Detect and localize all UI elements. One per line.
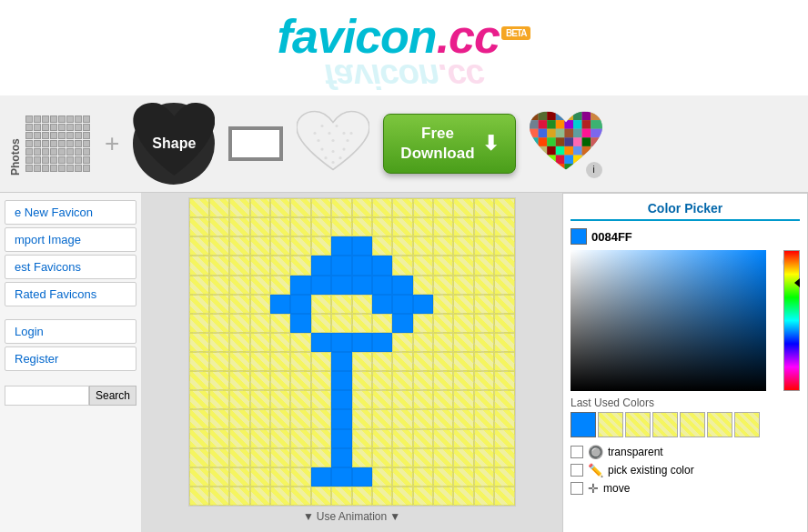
- pixel-cell[interactable]: [270, 487, 290, 506]
- pixel-cell[interactable]: [433, 295, 453, 314]
- pixel-cell[interactable]: [413, 390, 433, 409]
- pixel-cell[interactable]: [372, 467, 392, 487]
- pixel-cell[interactable]: [331, 217, 351, 236]
- pixel-cell[interactable]: [494, 371, 514, 390]
- pixel-cell[interactable]: [250, 429, 270, 448]
- pixel-cell[interactable]: [372, 371, 392, 390]
- pixel-cell[interactable]: [209, 236, 229, 256]
- pixel-cell[interactable]: [229, 217, 249, 236]
- pixel-cell[interactable]: [392, 217, 412, 236]
- pixel-cell[interactable]: [270, 390, 290, 409]
- animation-label[interactable]: Use Animation: [317, 510, 387, 523]
- pixel-cell[interactable]: [453, 333, 473, 352]
- pixel-cell[interactable]: [250, 390, 270, 409]
- pixel-cell[interactable]: [453, 217, 473, 236]
- pixel-cell[interactable]: [290, 314, 310, 333]
- pixel-cell[interactable]: [189, 217, 209, 236]
- pixel-cell[interactable]: [311, 198, 331, 217]
- pixel-cell[interactable]: [189, 390, 209, 409]
- pixel-cell[interactable]: [209, 314, 229, 333]
- pixel-cell[interactable]: [352, 217, 372, 236]
- pixel-cell[interactable]: [311, 236, 331, 256]
- pixel-cell[interactable]: [352, 487, 372, 506]
- pixel-cell[interactable]: [474, 467, 494, 487]
- pixel-cell[interactable]: [372, 352, 392, 371]
- pixel-cell[interactable]: [372, 448, 392, 467]
- pixel-cell[interactable]: [474, 276, 494, 295]
- pixel-cell[interactable]: [433, 487, 453, 506]
- pixel-cell[interactable]: [413, 429, 433, 448]
- pixel-cell[interactable]: [331, 390, 351, 409]
- pixel-cell[interactable]: [413, 371, 433, 390]
- pixel-cell[interactable]: [433, 276, 453, 295]
- pixel-cell[interactable]: [209, 448, 229, 467]
- pixel-cell[interactable]: [290, 467, 310, 487]
- pixel-cell[interactable]: [209, 217, 229, 236]
- info-icon[interactable]: i: [586, 162, 602, 178]
- sidebar-item-new-favicon[interactable]: e New Favicon: [5, 200, 136, 225]
- pixel-cell[interactable]: [352, 333, 372, 352]
- pixel-cell[interactable]: [270, 276, 290, 295]
- pixel-cell[interactable]: [413, 352, 433, 371]
- pixel-cell[interactable]: [311, 467, 331, 487]
- pixel-cell[interactable]: [290, 390, 310, 409]
- pixel-cell[interactable]: [270, 333, 290, 352]
- pixel-cell[interactable]: [290, 217, 310, 236]
- pixel-cell[interactable]: [270, 236, 290, 256]
- pixel-cell[interactable]: [392, 295, 412, 314]
- pixel-cell[interactable]: [250, 352, 270, 371]
- pixel-cell[interactable]: [290, 371, 310, 390]
- pixel-cell[interactable]: [311, 352, 331, 371]
- pixel-cell[interactable]: [290, 487, 310, 506]
- pixel-cell[interactable]: [494, 487, 514, 506]
- pixel-cell[interactable]: [392, 467, 412, 487]
- pixel-cell[interactable]: [372, 333, 392, 352]
- pixel-cell[interactable]: [494, 333, 514, 352]
- pixel-cell[interactable]: [352, 352, 372, 371]
- pixel-cell[interactable]: [290, 448, 310, 467]
- pixel-cell[interactable]: [392, 276, 412, 295]
- pixel-cell[interactable]: [290, 276, 310, 295]
- pixel-cell[interactable]: [311, 409, 331, 428]
- pixel-cell[interactable]: [352, 390, 372, 409]
- pixel-cell[interactable]: [352, 448, 372, 467]
- pixel-cell[interactable]: [311, 429, 331, 448]
- pixel-cell[interactable]: [209, 487, 229, 506]
- pixel-cell[interactable]: [229, 409, 249, 428]
- hex-value[interactable]: 0084FF: [591, 230, 632, 244]
- sidebar-item-import-image[interactable]: mport Image: [5, 227, 136, 252]
- pixel-cell[interactable]: [474, 409, 494, 428]
- pixel-cell[interactable]: [250, 256, 270, 275]
- pixel-cell[interactable]: [331, 314, 351, 333]
- pixel-cell[interactable]: [189, 371, 209, 390]
- pixel-cell[interactable]: [392, 429, 412, 448]
- pixel-cell[interactable]: [352, 467, 372, 487]
- pixel-cell[interactable]: [250, 448, 270, 467]
- pixel-cell[interactable]: [352, 314, 372, 333]
- pixel-cell[interactable]: [270, 467, 290, 487]
- sidebar-item-login[interactable]: Login: [5, 319, 136, 344]
- pixel-cell[interactable]: [413, 198, 433, 217]
- pixel-cell[interactable]: [331, 236, 351, 256]
- pixel-cell[interactable]: [372, 236, 392, 256]
- pixel-cell[interactable]: [453, 198, 473, 217]
- pixel-cell[interactable]: [331, 333, 351, 352]
- free-download-button[interactable]: Free Download ⬇: [383, 114, 515, 174]
- pixel-cell[interactable]: [474, 429, 494, 448]
- pixel-cell[interactable]: [453, 409, 473, 428]
- pixel-cell[interactable]: [372, 295, 392, 314]
- pixel-cell[interactable]: [270, 217, 290, 236]
- pixel-cell[interactable]: [331, 295, 351, 314]
- pixel-cell[interactable]: [474, 314, 494, 333]
- pixel-cell[interactable]: [311, 487, 331, 506]
- pixel-cell[interactable]: [250, 236, 270, 256]
- pixel-cell[interactable]: [494, 295, 514, 314]
- pixel-cell[interactable]: [494, 429, 514, 448]
- pixel-cell[interactable]: [229, 448, 249, 467]
- pixel-cell[interactable]: [189, 333, 209, 352]
- pixel-cell[interactable]: [453, 295, 473, 314]
- pixel-cell[interactable]: [331, 198, 351, 217]
- search-input[interactable]: [5, 386, 89, 406]
- pixel-cell[interactable]: [494, 236, 514, 256]
- swatch-stripe-3[interactable]: [652, 412, 678, 437]
